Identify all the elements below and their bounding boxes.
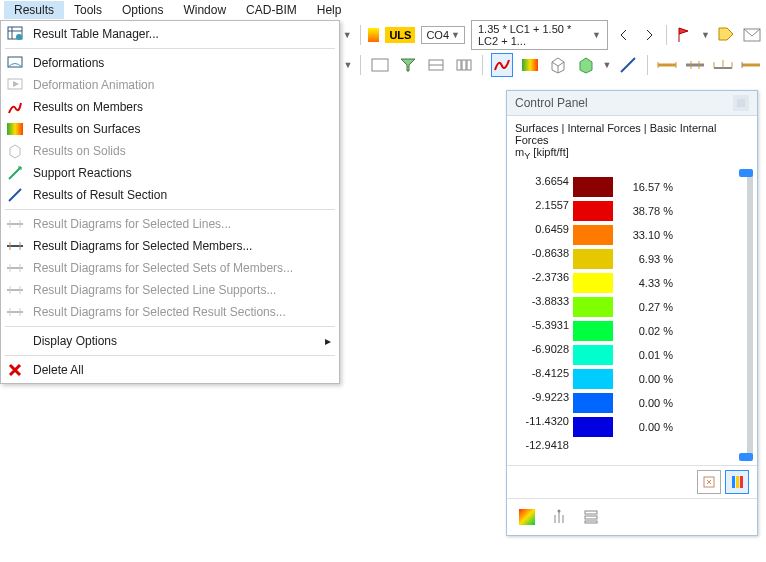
solids-icon	[5, 142, 25, 160]
chevron-down-icon[interactable]: ▼	[343, 30, 352, 40]
section-line-icon[interactable]	[617, 53, 639, 77]
menu-help[interactable]: Help	[307, 1, 352, 19]
slider-top-thumb[interactable]	[739, 169, 753, 177]
next-button[interactable]	[639, 23, 658, 47]
curve-icon[interactable]	[491, 53, 513, 77]
legend-row: -12.9418	[515, 433, 749, 457]
reset-button[interactable]	[697, 470, 721, 494]
legend-swatch	[573, 417, 613, 437]
legend-percent: 4.33 %	[613, 277, 673, 289]
menu-item-label: Result Diagrams for Selected Result Sect…	[33, 305, 286, 319]
cube-green-icon[interactable]	[575, 53, 597, 77]
panel-tab-list[interactable]	[579, 505, 603, 529]
panel-tab-gradient[interactable]	[515, 505, 539, 529]
menu-item[interactable]: Deformations	[1, 52, 339, 74]
menu-separator	[5, 355, 335, 356]
panel-tab-scale[interactable]	[547, 505, 571, 529]
view-flat-icon[interactable]	[369, 53, 391, 77]
svg-rect-21	[585, 511, 597, 514]
menubar[interactable]: Results Tools Options Window CAD-BIM Hel…	[0, 0, 766, 20]
chevron-down-icon[interactable]: ▼	[602, 60, 611, 70]
menu-item[interactable]: Results on Members	[1, 96, 339, 118]
legend-value: -8.4125	[515, 367, 573, 379]
legend-value: -0.8638	[515, 247, 573, 259]
flag-filter-icon[interactable]	[675, 23, 695, 47]
svg-rect-19	[519, 509, 535, 525]
menu-item-label: Display Options	[33, 334, 117, 348]
separator	[360, 25, 361, 45]
menu-options[interactable]: Options	[112, 1, 173, 19]
chevron-down-icon[interactable]: ▼	[701, 30, 710, 40]
close-icon[interactable]	[733, 95, 749, 111]
surfaces-icon	[5, 120, 25, 138]
range-slider[interactable]	[747, 171, 753, 459]
menu-item[interactable]: Results of Result Section	[1, 184, 339, 206]
menu-item-label: Delete All	[33, 363, 84, 377]
gradient-surf-icon[interactable]	[519, 53, 541, 77]
prev-button[interactable]	[614, 23, 633, 47]
menu-item-label: Result Diagrams for Selected Members...	[33, 239, 252, 253]
menu-separator	[5, 48, 335, 49]
menu-item: Result Diagrams for Selected Line Suppor…	[1, 279, 339, 301]
menu-item-label: Results on Surfaces	[33, 122, 140, 136]
legend-row: -2.37364.33 %	[515, 265, 749, 289]
menu-item-label: Results on Solids	[33, 144, 126, 158]
menu-item[interactable]: Results on Surfaces	[1, 118, 339, 140]
diag-sections-icon	[5, 303, 25, 321]
legend-swatch	[573, 369, 613, 389]
formula-select[interactable]: 1.35 * LC1 + 1.50 * LC2 + 1...▼	[471, 20, 608, 50]
colorbar-button[interactable]	[725, 470, 749, 494]
menu-item[interactable]: Delete All	[1, 359, 339, 381]
menu-item[interactable]: Result Table Manager...	[1, 23, 339, 45]
menu-window[interactable]: Window	[173, 1, 236, 19]
slider-bottom-thumb[interactable]	[739, 453, 753, 461]
menu-item[interactable]: Support Reactions	[1, 162, 339, 184]
legend-swatch	[573, 321, 613, 341]
menu-tools[interactable]: Tools	[64, 1, 112, 19]
section-icon	[5, 186, 25, 204]
diag-lines-icon	[5, 215, 25, 233]
uls-badge: ULS	[385, 27, 415, 43]
menu-item: Result Diagrams for Selected Lines...	[1, 213, 339, 235]
beam2-icon[interactable]	[684, 53, 706, 77]
beam1-icon[interactable]	[656, 53, 678, 77]
legend-percent: 0.00 %	[613, 373, 673, 385]
cube-icon[interactable]	[547, 53, 569, 77]
legend-percent: 6.93 %	[613, 253, 673, 265]
svg-rect-18	[740, 476, 743, 488]
beam3-icon[interactable]	[712, 53, 734, 77]
results-dropdown[interactable]: Result Table Manager...DeformationsDefor…	[0, 20, 340, 384]
panel-titlebar[interactable]: Control Panel	[507, 91, 757, 116]
view-cols-icon[interactable]	[453, 53, 475, 77]
menu-results[interactable]: Results	[4, 1, 64, 19]
legend-value: 0.6459	[515, 223, 573, 235]
color-legend: 3.665416.57 %2.155738.78 %0.645933.10 %-…	[515, 169, 749, 457]
menu-item[interactable]: Display Options▸	[1, 330, 339, 352]
envelope-icon[interactable]	[742, 23, 762, 47]
menu-item-label: Results of Result Section	[33, 188, 167, 202]
legend-value: -11.4320	[515, 415, 573, 427]
color-badge-icon	[368, 28, 379, 42]
combo-select[interactable]: CO4▼	[421, 26, 465, 44]
menu-separator	[5, 209, 335, 210]
view-box-icon[interactable]	[425, 53, 447, 77]
panel-subtitle: Surfaces | Internal Forces | Basic Inter…	[507, 116, 757, 165]
chevron-down-icon[interactable]: ▼	[343, 60, 352, 70]
svg-rect-5	[457, 60, 461, 70]
menu-item[interactable]: Result Diagrams for Selected Members...	[1, 235, 339, 257]
legend-swatch	[573, 345, 613, 365]
panel-title: Control Panel	[515, 96, 588, 110]
beam4-icon[interactable]	[740, 53, 762, 77]
combo-label: CO4	[426, 29, 449, 41]
legend-swatch	[573, 393, 613, 413]
legend-value: -3.8833	[515, 295, 573, 307]
legend-row: -3.88330.27 %	[515, 289, 749, 313]
diag-supports-icon	[5, 281, 25, 299]
legend-row: -8.41250.00 %	[515, 361, 749, 385]
legend-row: -5.39310.02 %	[515, 313, 749, 337]
menu-cadbim[interactable]: CAD-BIM	[236, 1, 307, 19]
svg-rect-17	[736, 476, 739, 488]
tag-filter-icon[interactable]	[716, 23, 736, 47]
funnel2-icon[interactable]	[397, 53, 419, 77]
members-icon	[5, 98, 25, 116]
